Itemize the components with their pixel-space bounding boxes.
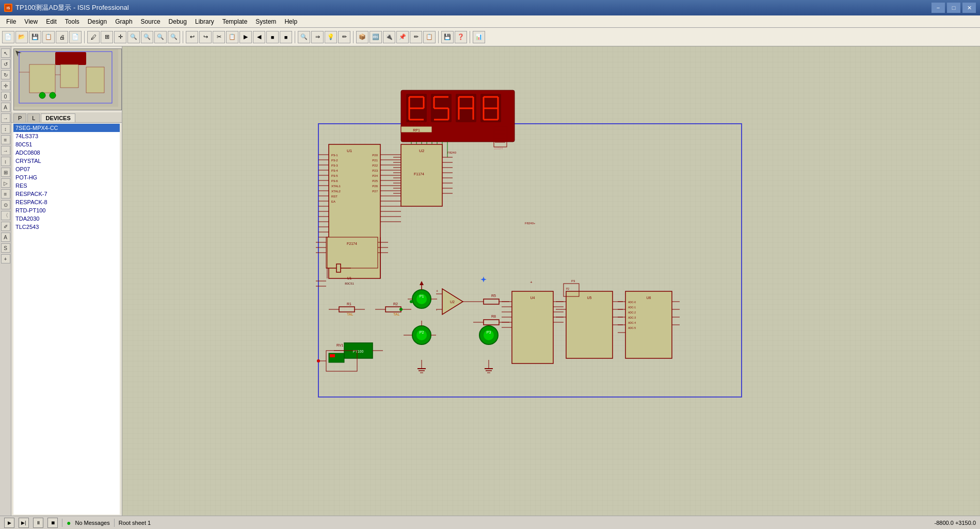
toolbar-button-17[interactable]: ✂	[213, 31, 225, 43]
toolbar-button-32[interactable]: 📌	[396, 31, 409, 43]
maximize-button[interactable]: □	[947, 3, 960, 13]
toolbar-button-19[interactable]: ▶	[239, 31, 252, 43]
left-tool-12[interactable]: ▷	[1, 178, 10, 188]
device-item-crystal[interactable]: CRYSTAL	[13, 157, 120, 165]
menu-item-help[interactable]: Help	[280, 17, 301, 26]
device-item-adc0808[interactable]: ADC0808	[13, 148, 120, 157]
toolbar-button-34[interactable]: 📋	[423, 31, 436, 43]
left-tool-1[interactable]: ↺	[1, 59, 10, 69]
left-tool-10[interactable]: ↕	[1, 157, 10, 166]
menu-item-edit[interactable]: Edit	[42, 17, 61, 26]
left-tool-5[interactable]: A	[1, 103, 10, 112]
svg-text:IS: IS	[7, 6, 10, 10]
svg-text:P3: P3	[487, 330, 491, 334]
left-tool-19[interactable]: +	[1, 254, 10, 263]
menu-item-system[interactable]: System	[251, 17, 280, 26]
device-item-tda2030[interactable]: TDA2030	[13, 214, 120, 223]
left-tool-11[interactable]: ⊞	[1, 168, 10, 177]
toolbar-button-3[interactable]: 📋	[42, 31, 55, 43]
left-tool-16[interactable]: ✐	[1, 222, 10, 231]
device-item-res[interactable]: RES	[13, 181, 120, 190]
left-tool-18[interactable]: S	[1, 243, 10, 253]
menu-item-view[interactable]: View	[20, 17, 42, 26]
device-item-80c51[interactable]: 80C51	[13, 140, 120, 148]
svg-text:P21: P21	[372, 159, 378, 162]
stop-button[interactable]: ⏹	[47, 518, 58, 528]
statusbar: ▶ ▶| ⏸ ⏹ ● No Messages Root sheet 1 -880…	[0, 516, 980, 529]
toolbar-button-13[interactable]: 🔍	[168, 31, 180, 43]
svg-text:ADC-5: ADC-5	[628, 326, 636, 329]
left-tool-8[interactable]: ≡	[1, 135, 10, 144]
toolbar-button-0[interactable]: 📄	[2, 31, 14, 43]
schematic-canvas-area[interactable]: PACD0700 DP 10SH U1	[122, 46, 980, 516]
toolbar-button-27[interactable]: ✏	[338, 31, 350, 43]
toolbar-button-15[interactable]: ↩	[186, 31, 198, 43]
toolbar-button-7[interactable]: 🖊	[87, 31, 100, 43]
toolbar-button-39[interactable]: 📊	[473, 31, 485, 43]
menu-item-tools[interactable]: Tools	[61, 17, 84, 26]
toolbar-button-4[interactable]: 🖨	[56, 31, 68, 43]
minimize-button[interactable]: −	[931, 3, 945, 13]
device-item-74ls373[interactable]: 74LS373	[13, 132, 120, 140]
toolbar-separator	[438, 31, 439, 43]
toolbar-button-2[interactable]: 💾	[29, 31, 41, 43]
menu-item-template[interactable]: Template	[218, 17, 252, 26]
toolbar-button-25[interactable]: ⇒	[311, 31, 324, 43]
device-item-respack-7[interactable]: RESPACK-7	[13, 190, 120, 198]
toolbar-button-26[interactable]: 💡	[325, 31, 337, 43]
svg-text:P25: P25	[372, 179, 378, 183]
tab-p[interactable]: P	[13, 113, 26, 122]
tab-devices[interactable]: DEVICES	[41, 113, 75, 122]
device-item-op07[interactable]: OP07	[13, 165, 120, 173]
toolbar-button-30[interactable]: 🔤	[369, 31, 382, 43]
device-item-tlc2543[interactable]: TLC2543	[13, 223, 120, 231]
toolbar-button-16[interactable]: ↪	[199, 31, 212, 43]
left-tool-2[interactable]: ↻	[1, 70, 10, 79]
menu-item-debug[interactable]: Debug	[165, 17, 191, 26]
left-tool-4[interactable]: 0	[1, 92, 10, 101]
left-tool-15[interactable]: 〈	[1, 211, 10, 220]
menu-item-file[interactable]: File	[2, 17, 20, 26]
device-list[interactable]: 7SEG-MPX4-CC74LS37380C51ADC0808CRYSTALOP…	[13, 124, 120, 515]
toolbar-button-11[interactable]: 🔍	[141, 31, 153, 43]
toolbar-button-10[interactable]: 🔍	[127, 31, 140, 43]
toolbar-button-37[interactable]: ❓	[455, 31, 467, 43]
left-tool-3[interactable]: ✛	[1, 81, 10, 90]
device-item-respack-8[interactable]: RESPACK-8	[13, 198, 120, 206]
svg-text:P24: P24	[372, 174, 378, 177]
left-tool-17[interactable]: A	[1, 233, 10, 242]
left-tool-6[interactable]: →	[1, 113, 10, 123]
toolbar-button-33[interactable]: ✏	[410, 31, 422, 43]
device-item-pot-hg[interactable]: POT-HG	[13, 173, 120, 181]
device-item-rtd-pt100[interactable]: RTD-PT100	[13, 206, 120, 214]
toolbar-button-20[interactable]: ◀	[253, 31, 265, 43]
toolbar-button-31[interactable]: 🔌	[383, 31, 395, 43]
svg-text:U1: U1	[347, 148, 352, 153]
toolbar-button-21[interactable]: ■	[266, 31, 279, 43]
toolbar-button-36[interactable]: 💾	[441, 31, 454, 43]
menu-item-source[interactable]: Source	[137, 17, 165, 26]
toolbar-button-5[interactable]: 📄	[69, 31, 82, 43]
pause-button[interactable]: ⏸	[33, 518, 43, 528]
toolbar-button-9[interactable]: ✛	[114, 31, 126, 43]
left-tool-0[interactable]: ↖	[1, 48, 10, 58]
toolbar-button-18[interactable]: 📋	[226, 31, 238, 43]
menu-item-design[interactable]: Design	[84, 17, 111, 26]
toolbar-button-1[interactable]: 📂	[15, 31, 28, 43]
left-tool-9[interactable]: →	[1, 146, 10, 155]
toolbar-button-22[interactable]: ■	[280, 31, 292, 43]
play-button[interactable]: ▶	[4, 518, 14, 528]
menu-item-graph[interactable]: Graph	[111, 17, 136, 26]
toolbar-button-8[interactable]: ⊞	[101, 31, 113, 43]
left-tool-7[interactable]: ↕	[1, 124, 10, 134]
toolbar-button-24[interactable]: 🔍	[298, 31, 310, 43]
close-button[interactable]: ✕	[962, 3, 976, 13]
tab-l[interactable]: L	[27, 113, 40, 122]
menu-item-library[interactable]: Library	[191, 17, 218, 26]
toolbar-button-12[interactable]: 🔍	[154, 31, 167, 43]
left-tool-13[interactable]: ≡	[1, 189, 10, 199]
toolbar-button-29[interactable]: 📦	[356, 31, 368, 43]
left-tool-14[interactable]: ⊙	[1, 200, 10, 209]
step-button[interactable]: ▶|	[19, 518, 29, 528]
device-item-7seg-mpx4-cc[interactable]: 7SEG-MPX4-CC	[13, 124, 120, 132]
